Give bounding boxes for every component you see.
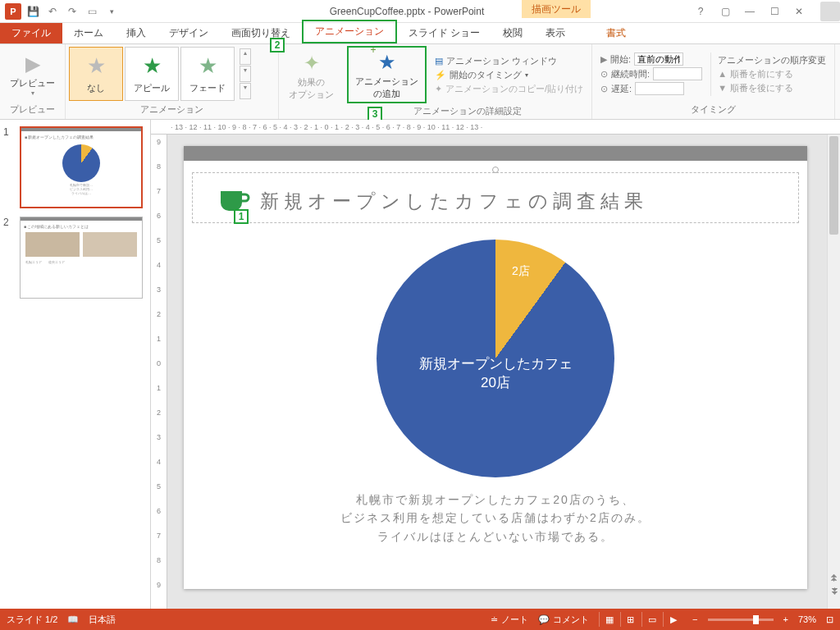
ribbon: ▶ プレビュー ▾ プレビュー ★ なし ★ アピール ★ フェード [0,44,840,120]
reading-view-icon[interactable]: ▭ [641,612,661,627]
ribbon-tabs: ファイル ホーム 挿入 デザイン 画面切り替え アニメーション 2 スライド シ… [0,23,840,44]
minimize-icon[interactable]: — [742,6,758,17]
ruler-vertical: 9876543210123456789 [151,135,167,609]
duration-label: 継続時間: [611,68,650,80]
zoom-thumb[interactable] [753,615,759,624]
up-arrow-icon: ▲ [718,69,727,79]
tab-design[interactable]: デザイン [158,23,220,43]
help-icon[interactable]: ? [692,6,709,17]
star-icon: ★ [199,53,217,79]
slide-canvas[interactable]: 新規オープンしたカフェの調査結果 1 2店 新規オープンしたカフェ20店 札幌市… [184,146,807,589]
save-icon[interactable]: 💾 [23,2,43,21]
duration-input[interactable] [653,67,702,80]
slideshow-view-icon[interactable]: ▶ [663,612,682,627]
ribbon-group-advanced: ★+ アニメーション の追加 3 ▤アニメーション ウィンドウ ⚡開始のタイミン… [344,44,592,119]
gallery-more-icon[interactable]: ▾ [240,83,251,99]
thumb-preview-2: ■ この地域にある新しいカフェとは 札幌エリア 道央エリア [20,217,143,299]
animation-pane-button[interactable]: ▤アニメーション ウィンドウ [435,55,583,67]
comments-button[interactable]: 💬 コメント [538,614,589,626]
prev-slide-icon[interactable]: ⯭ [828,573,840,582]
sorter-view-icon[interactable]: ⊞ [620,612,640,627]
add-animation-button[interactable]: ★+ アニメーション の追加 [347,46,427,103]
effect-options-label: 効果の オプション [289,76,334,101]
rotate-handle-icon[interactable] [492,167,499,173]
tab-transitions[interactable]: 画面切り替え [220,23,302,43]
delay-label: 遅延: [611,83,632,95]
add-animation-label: アニメーション の追加 [355,75,418,100]
ribbon-options-icon[interactable]: ▢ [717,6,733,17]
fit-view-icon[interactable]: ⊡ [826,614,833,625]
window-controls: ? ▢ — ☐ ✕ [692,6,814,17]
down-arrow-icon: ▼ [718,83,727,93]
slide-top-bar [184,146,807,161]
zoom-in-icon[interactable]: + [783,614,788,624]
delay-input[interactable] [635,82,684,95]
pie-main-label: 新規オープンしたカフェ20店 [419,354,573,392]
animation-painter-button: ✦アニメーションのコピー/貼り付け [435,83,583,95]
tab-slideshow[interactable]: スライド ショー [397,23,491,43]
tab-file[interactable]: ファイル [0,23,62,43]
maximize-icon[interactable]: ☐ [766,6,783,17]
thumbnail-2[interactable]: 2 ■ この地域にある新しいカフェとは 札幌エリア 道央エリア [3,217,147,299]
scroll-thumb[interactable] [829,136,838,235]
adv-group-label: アニメーションの詳細設定 [347,103,588,119]
slide-title-box[interactable]: 新規オープンしたカフェの調査結果 1 [192,172,799,223]
undo-icon[interactable]: ↶ [43,2,62,21]
zoom-level[interactable]: 73% [798,614,816,624]
start-input[interactable] [634,52,683,66]
effect-options-icon: ✦ [299,50,325,76]
normal-view-icon[interactable]: ▦ [599,612,619,627]
zoom-out-icon[interactable]: − [692,614,697,624]
spellcheck-icon[interactable]: 📖 [67,614,79,625]
tab-home[interactable]: ホーム [62,23,115,43]
close-icon[interactable]: ✕ [791,6,807,17]
tab-insert[interactable]: 挿入 [115,23,158,43]
anim-none[interactable]: ★ なし [69,47,123,101]
gallery-down-icon[interactable]: ▾ [240,66,251,82]
slide-thumbnails: 1 ■ 新規オープンしたカフェの調査結果 札幌市で新規…ビジネス利用…ライバルは… [0,120,151,609]
preview-label: プレビュー [10,77,55,89]
tab-animations[interactable]: アニメーション [302,20,397,43]
painter-icon: ✦ [435,84,442,94]
pie-small-label: 2店 [512,264,530,279]
status-bar: スライド 1/2 📖 日本語 ≐ ノート 💬 コメント ▦ ⊞ ▭ ▶ − + … [0,609,840,630]
tab-view[interactable]: 表示 [534,23,577,43]
next-slide-icon[interactable]: ⯯ [828,587,840,596]
gallery-up-icon[interactable]: ▴ [240,48,251,65]
slide-indicator[interactable]: スライド 1/2 [7,614,57,626]
notes-button[interactable]: ≐ ノート [491,614,528,626]
window-title: GreenCupCoffee.pptx - PowerPoint [121,6,692,17]
language-indicator[interactable]: 日本語 [89,614,116,626]
thumbnail-1[interactable]: 1 ■ 新規オープンしたカフェの調査結果 札幌市で新規…ビジネス利用…ライバルは… [3,126,147,208]
pie-chart[interactable]: 2店 新規オープンしたカフェ20店 [184,240,807,477]
star-icon: ★ [87,53,106,79]
start-label: 開始: [610,53,631,66]
redo-icon[interactable]: ↷ [62,2,82,21]
anim-appear-label: アピール [134,82,170,94]
callout-1: 1 [234,209,249,224]
workspace: 1 ■ 新規オープンしたカフェの調査結果 札幌市で新規…ビジネス利用…ライバルは… [0,120,840,609]
tab-format[interactable]: 書式 [595,23,637,43]
qat-dropdown-icon[interactable]: ▾ [102,2,121,21]
star-icon: ★ [143,53,162,79]
delay-icon: ⊙ [600,84,608,94]
preview-button[interactable]: ▶ プレビュー ▾ [3,49,62,98]
thumb-num-2: 2 [3,217,15,299]
preview-group-label: プレビュー [3,102,62,117]
ribbon-group-preview: ▶ プレビュー ▾ プレビュー [0,44,66,119]
account-icon[interactable] [820,2,840,21]
vertical-scrollbar[interactable]: ⯭ ⯯ [827,135,840,609]
app-icon: P [3,2,23,21]
anim-fade[interactable]: ★ フェード [180,47,235,101]
move-later-button[interactable]: ▼順番を後にする [718,82,826,94]
animation-gallery[interactable]: ★ なし ★ アピール ★ フェード [69,47,235,101]
view-buttons: ▦ ⊞ ▭ ▶ [599,612,682,627]
slide-caption: 札幌市で新規オープンしたカフェ20店のうち、 ビジネス利用を想定している店舗はわ… [184,491,807,546]
anim-appear[interactable]: ★ アピール [125,47,179,101]
zoom-slider[interactable] [708,619,774,621]
duration-icon: ⊙ [600,69,608,80]
move-earlier-button[interactable]: ▲順番を前にする [718,68,826,80]
tab-review[interactable]: 校閲 [491,23,534,43]
trigger-button[interactable]: ⚡開始のタイミング▾ [435,69,583,81]
start-from-beginning-icon[interactable]: ▭ [82,2,102,21]
